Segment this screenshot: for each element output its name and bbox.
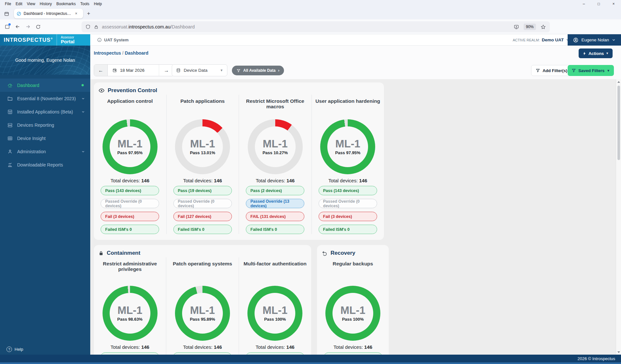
status-chip-red[interactable]: Fail (3 devices) xyxy=(319,212,377,221)
compliance-donut[interactable]: ML-1Pass 13.01% xyxy=(175,119,230,174)
back-icon[interactable] xyxy=(12,22,23,32)
menu-file[interactable]: File xyxy=(3,2,13,6)
total-devices: Total devices: 146 xyxy=(111,344,149,350)
section-header: Prevention Control xyxy=(94,82,384,95)
app-logo[interactable]: INTROSPECTUS® xyxy=(0,34,57,46)
forward-icon[interactable] xyxy=(23,22,33,32)
eye-icon xyxy=(98,87,105,94)
compliance-donut[interactable]: ML-1Pass 98.63% xyxy=(103,286,158,341)
status-chip-green[interactable]: Pass (19 devices) xyxy=(173,186,232,195)
maturity-level: ML-1 xyxy=(117,138,142,149)
chart-icon xyxy=(7,162,13,168)
status-chip-gray[interactable]: Passed Override (0 devices) xyxy=(101,199,159,208)
add-filters-button[interactable]: Add Filter(s) xyxy=(531,65,572,76)
save-page-icon[interactable] xyxy=(514,24,519,30)
bookmark-star-icon[interactable] xyxy=(540,24,546,30)
lock-icon[interactable] xyxy=(94,25,99,29)
dataset-select[interactable]: Device Data ▼ xyxy=(172,64,227,76)
reload-icon[interactable] xyxy=(33,22,43,32)
status-chip-gray[interactable]: Passed Override (0 devices) xyxy=(173,199,232,208)
url-bar[interactable]: assessoruat.introspectus.com.au/Dashboar… xyxy=(82,21,550,32)
status-chip-red[interactable]: Fail (127 devices) xyxy=(173,212,232,221)
zoom-level-badge[interactable]: 90% xyxy=(524,24,536,30)
sidebar-item-essential-8-november-2023[interactable]: Essential 8 (November 2023) xyxy=(0,92,90,105)
status-chip-green[interactable]: Pass (146 devices) xyxy=(246,352,304,355)
previous-date-button[interactable]: ← xyxy=(94,65,108,76)
menu-tools[interactable]: Tools xyxy=(78,2,92,6)
user-menu-button[interactable]: Eugene Nolan xyxy=(568,34,621,46)
status-chip-red[interactable]: Fail (3 devices) xyxy=(101,212,159,221)
maturity-level: ML-1 xyxy=(263,305,288,316)
main-content: Introspectus / Dashboard Actions ▼ ← 18 … xyxy=(90,46,621,355)
tab-close-icon[interactable]: × xyxy=(74,11,78,16)
sidebar-item-label: Installed Applications (Beta) xyxy=(17,109,77,114)
status-chip-green[interactable]: Pass (143 devices) xyxy=(101,186,159,195)
status-chip-green[interactable]: Pass (143 devices) xyxy=(319,186,377,195)
sidebar-item-administration[interactable]: Administration xyxy=(0,145,90,158)
scroll-up-arrow-icon[interactable] xyxy=(616,79,621,84)
compliance-donut[interactable]: ML-1Pass 97.95% xyxy=(320,119,375,174)
scrollbar-thumb[interactable] xyxy=(617,86,620,160)
status-chip-green[interactable]: Pass (2 devices) xyxy=(246,186,304,195)
control-title: Restrict administrative privileges xyxy=(97,260,163,284)
data-scope-button[interactable]: All Available Data › xyxy=(232,66,284,75)
status-chip-green[interactable]: Pass (144 devices) xyxy=(101,352,159,355)
chevron-down-icon xyxy=(81,110,85,114)
window-minimize-button[interactable]: – xyxy=(576,0,591,8)
compliance-donut[interactable]: ML-1Pass 100% xyxy=(247,286,302,341)
menu-help[interactable]: Help xyxy=(92,2,104,6)
status-chip-green[interactable]: Pass (140 devices) xyxy=(173,352,232,355)
compliance-donut[interactable]: ML-1Pass 10.27% xyxy=(248,119,303,174)
window-close-button[interactable]: × xyxy=(606,0,621,8)
menu-edit[interactable]: Edit xyxy=(13,2,25,6)
pass-percentage: Pass 100% xyxy=(264,317,286,322)
status-chip-green[interactable]: Failed ISM's 0 xyxy=(173,225,232,234)
active-indicator-dot xyxy=(82,84,84,86)
total-devices: Total devices: 146 xyxy=(183,344,222,350)
table-icon xyxy=(7,135,13,141)
sidebar-item-device-insight[interactable]: Device Insight xyxy=(0,132,90,145)
status-chip-green[interactable]: Pass (146 devices) xyxy=(324,352,382,355)
control-title: Patch operating systems xyxy=(173,260,232,284)
compliance-donut[interactable]: ML-1Pass 95.89% xyxy=(175,286,230,341)
menu-view[interactable]: View xyxy=(25,2,38,6)
menu-bookmarks[interactable]: Bookmarks xyxy=(54,2,78,6)
scroll-down-arrow-icon[interactable] xyxy=(616,349,621,355)
sidebar-item-label: Administration xyxy=(17,149,77,154)
page-scrollbar[interactable] xyxy=(616,79,621,355)
help-button[interactable]: ? Help xyxy=(6,347,23,352)
sidebar-item-downloadable-reports[interactable]: Downloadable Reports xyxy=(0,158,90,171)
sidebar-item-dashboard[interactable]: Dashboard xyxy=(0,79,90,92)
window-maximize-button[interactable]: □ xyxy=(591,0,606,8)
new-tab-button[interactable]: + xyxy=(87,10,90,17)
active-realm-selector[interactable]: ACTIVE REALM: Demo UAT xyxy=(513,34,570,46)
app-header: INTROSPECTUS® Assessor Portal UAT System… xyxy=(0,34,621,46)
control-title: Patch applications xyxy=(180,97,225,117)
maturity-level: ML-1 xyxy=(341,305,365,316)
breadcrumb-root-link[interactable]: Introspectus xyxy=(94,50,121,56)
status-chip-green[interactable]: Failed ISM's 0 xyxy=(319,225,377,234)
menu-history[interactable]: History xyxy=(38,2,54,6)
compliance-donut[interactable]: ML-1Pass 97.95% xyxy=(103,119,158,174)
control-column-user-application-hardening: User application hardeningML-1Pass 97.95… xyxy=(312,95,384,234)
actions-button[interactable]: Actions ▼ xyxy=(579,48,613,58)
date-picker[interactable]: 18 Mar 2026 xyxy=(108,65,159,76)
sidebar-item-devices-reporting[interactable]: Devices Reporting xyxy=(0,118,90,132)
pass-percentage: Pass 13.01% xyxy=(190,150,215,155)
status-chip-red[interactable]: FAIL (131 devices) xyxy=(246,212,304,221)
compliance-donut[interactable]: ML-1Pass 100% xyxy=(325,286,380,341)
status-chip-green[interactable]: Failed ISM's 0 xyxy=(101,225,159,234)
chevron-down-icon: ▼ xyxy=(220,69,223,72)
import-window-icon[interactable] xyxy=(2,22,12,32)
tab-title: Dashboard - Introspectus v26.3 xyxy=(24,11,72,16)
logo-text: INTROSPECTUS® xyxy=(4,37,53,43)
status-chip-gray[interactable]: Passed Override (0 devices) xyxy=(319,199,377,208)
firefox-view-icon[interactable] xyxy=(4,11,9,16)
status-chip-blue[interactable]: Passed Override (13 devices) xyxy=(246,199,304,208)
status-chip-green[interactable]: Failed ISM's 0 xyxy=(246,225,304,234)
browser-tab[interactable]: Dashboard - Introspectus v26.3 × xyxy=(14,9,83,18)
sidebar-item-installed-applications-beta[interactable]: Installed Applications (Beta) xyxy=(0,105,90,118)
tracking-shield-icon[interactable] xyxy=(85,24,91,29)
url-text: assessoruat.introspectus.com.au/Dashboar… xyxy=(102,24,510,29)
saved-filters-button[interactable]: Saved Filters ▼ xyxy=(568,65,614,76)
